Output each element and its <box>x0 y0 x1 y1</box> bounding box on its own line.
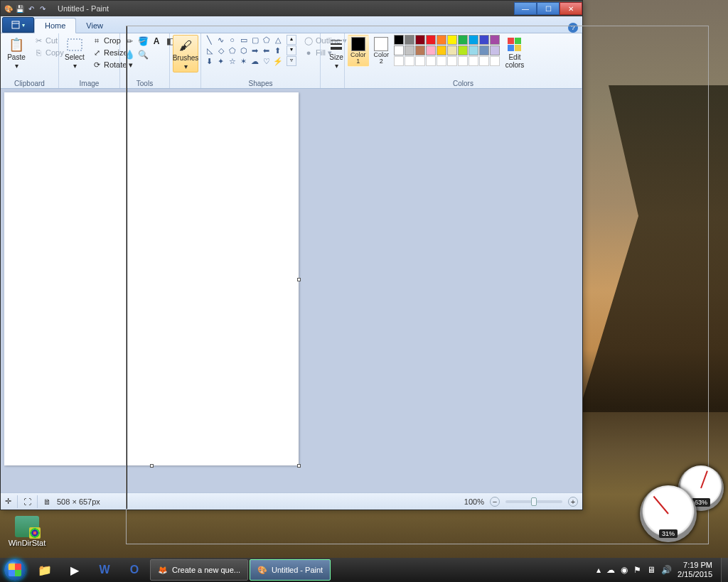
shape-star4[interactable]: ✦ <box>215 56 226 66</box>
undo-icon[interactable]: ↶ <box>26 4 36 14</box>
zoom-thumb[interactable] <box>531 497 537 506</box>
palette-swatch[interactable] <box>490 45 500 55</box>
palette-swatch[interactable] <box>479 35 489 45</box>
palette-swatch[interactable] <box>426 56 436 66</box>
start-button[interactable] <box>0 558 30 582</box>
palette-swatch[interactable] <box>479 56 489 66</box>
shape-triangle[interactable]: △ <box>272 35 283 45</box>
zoom-in-button[interactable]: + <box>568 497 578 507</box>
taskbar-pin-word[interactable]: W <box>90 558 119 582</box>
minimize-button[interactable]: — <box>514 2 537 15</box>
taskbar-task[interactable]: 🎨Untitled - Paint <box>250 559 331 581</box>
shape-star5[interactable]: ☆ <box>227 56 237 66</box>
select-button[interactable]: Select ▾ <box>62 35 87 71</box>
palette-swatch[interactable] <box>458 45 468 55</box>
paste-button[interactable]: 📋 Paste ▾ <box>4 35 29 71</box>
palette-swatch[interactable] <box>426 35 436 45</box>
taskbar-pin-mediaplayer[interactable]: ▶ <box>60 558 90 582</box>
shape-lightning[interactable]: ⚡ <box>272 56 283 66</box>
palette-swatch[interactable] <box>490 56 500 66</box>
palette-swatch[interactable] <box>394 56 404 66</box>
resize-handle[interactable] <box>297 464 301 468</box>
shape-diamond[interactable]: ◇ <box>215 45 226 55</box>
show-desktop-button[interactable] <box>721 558 728 582</box>
tab-home[interactable]: Home <box>34 18 76 33</box>
palette-swatch[interactable] <box>469 45 478 55</box>
save-icon[interactable]: 💾 <box>15 4 25 14</box>
palette-swatch[interactable] <box>479 45 489 55</box>
shape-heart[interactable]: ♡ <box>261 56 272 66</box>
shape-hexagon[interactable]: ⬡ <box>238 45 249 55</box>
palette-swatch[interactable] <box>394 45 404 55</box>
shape-callout[interactable]: ☁ <box>250 56 260 66</box>
redo-icon[interactable]: ↷ <box>38 4 48 14</box>
shape-arrow-l[interactable]: ⬅ <box>261 45 272 55</box>
shape-roundrect[interactable]: ▢ <box>250 35 260 45</box>
palette-swatch[interactable] <box>405 56 414 66</box>
shape-star6[interactable]: ✶ <box>238 56 249 66</box>
shapes-more[interactable]: ▿ <box>287 56 296 66</box>
palette-swatch[interactable] <box>447 35 457 45</box>
shape-arrow-u[interactable]: ⬆ <box>272 45 283 55</box>
color2-button[interactable]: Color 2 <box>371 35 392 67</box>
shape-polygon[interactable]: ⬠ <box>261 35 272 45</box>
pencil-tool[interactable]: ✏ <box>123 35 136 48</box>
palette-swatch[interactable] <box>405 45 414 55</box>
canvas[interactable] <box>4 92 299 465</box>
palette-swatch[interactable] <box>469 35 478 45</box>
cpu-gauge-1[interactable]: 31% <box>640 485 697 542</box>
help-icon[interactable]: ? <box>568 23 578 33</box>
taskbar-pin-outlook[interactable]: O <box>119 558 149 582</box>
zoom-out-button[interactable]: − <box>490 497 500 507</box>
palette-swatch[interactable] <box>415 35 425 45</box>
tab-view[interactable]: View <box>76 18 113 33</box>
zoom-slider[interactable] <box>505 500 562 503</box>
resize-handle[interactable] <box>297 278 301 281</box>
fill-tool[interactable]: 🪣 <box>136 35 149 48</box>
titlebar[interactable]: 🎨 💾 ↶ ↷ Untitled - Paint — ☐ ✕ <box>1 1 582 16</box>
palette-swatch[interactable] <box>405 35 414 45</box>
resize-handle[interactable] <box>150 464 154 468</box>
text-tool[interactable]: A <box>150 35 163 48</box>
shapes-gallery[interactable]: ╲∿○▭▢⬠△ ◺◇⬠⬡➡⬅⬆ ⬇✦☆✶☁♡⚡ <box>204 35 283 66</box>
canvas-area[interactable] <box>1 89 582 492</box>
palette-swatch[interactable] <box>447 45 457 55</box>
palette-swatch[interactable] <box>437 45 446 55</box>
shapes-scroll-down[interactable]: ▾ <box>287 45 296 55</box>
shape-pentagon[interactable]: ⬠ <box>227 45 237 55</box>
color-picker-tool[interactable]: 💧 <box>123 48 136 61</box>
file-menu-button[interactable] <box>2 17 34 33</box>
tray-flag-icon[interactable]: ⚑ <box>633 565 641 575</box>
palette-swatch[interactable] <box>437 35 446 45</box>
magnifier-tool[interactable]: 🔍 <box>136 48 149 61</box>
palette-swatch[interactable] <box>447 56 457 66</box>
palette-swatch[interactable] <box>490 35 500 45</box>
palette-swatch[interactable] <box>415 45 425 55</box>
palette-swatch[interactable] <box>458 56 468 66</box>
shape-curve[interactable]: ∿ <box>215 35 226 45</box>
taskbar-task[interactable]: 🦊Create a new que... <box>150 559 248 581</box>
palette-swatch[interactable] <box>415 56 425 66</box>
palette-swatch[interactable] <box>458 35 468 45</box>
edit-colors-button[interactable]: Edit colors <box>502 35 528 70</box>
shape-rect[interactable]: ▭ <box>238 35 249 45</box>
color1-button[interactable]: Color 1 <box>348 35 369 67</box>
shape-line[interactable]: ╲ <box>204 35 215 45</box>
tray-volume-icon[interactable]: 🔊 <box>661 565 672 575</box>
tray-chevron-up-icon[interactable]: ▴ <box>596 565 601 575</box>
brushes-button[interactable]: 🖌 Brushes ▾ <box>173 35 198 72</box>
shape-arrow-r[interactable]: ➡ <box>250 45 260 55</box>
palette-swatch[interactable] <box>437 56 446 66</box>
shapes-scroll-up[interactable]: ▴ <box>287 35 296 45</box>
taskbar-clock[interactable]: 7:19 PM 2/15/2015 <box>678 561 715 579</box>
taskbar-pin-explorer[interactable]: 📁 <box>30 558 60 582</box>
palette-swatch[interactable] <box>394 35 404 45</box>
close-button[interactable]: ✕ <box>560 2 582 15</box>
shape-arrow-d[interactable]: ⬇ <box>204 56 215 66</box>
shape-rtriangle[interactable]: ◺ <box>204 45 215 55</box>
maximize-button[interactable]: ☐ <box>537 2 560 15</box>
desktop-icon-windirstat[interactable]: WinDirStat <box>6 516 48 547</box>
tray-network-icon[interactable]: 🖥 <box>647 565 655 575</box>
palette-swatch[interactable] <box>469 56 478 66</box>
shape-oval[interactable]: ○ <box>227 35 237 45</box>
